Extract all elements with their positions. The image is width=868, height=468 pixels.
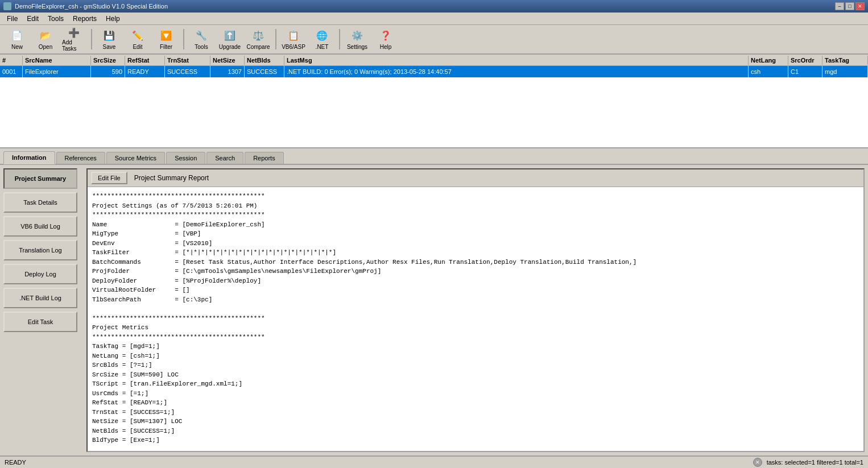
status-bar: READY ✕ tasks: selected=1 filtered=1 tot… bbox=[0, 455, 868, 468]
cell-trnstat: SUCCESS bbox=[165, 66, 210, 77]
left-panel: Project Summary Task Details VB6 Build L… bbox=[3, 168, 83, 452]
new-label: New bbox=[11, 44, 23, 50]
tools-button[interactable]: 🔧 Tools bbox=[188, 27, 215, 52]
maximize-button[interactable]: □ bbox=[845, 2, 854, 10]
cell-srcname: FileExplorer bbox=[23, 66, 91, 77]
col-tasktag[interactable]: TaskTag bbox=[822, 56, 868, 65]
save-icon: 💾 bbox=[102, 29, 116, 43]
settings-label: Settings bbox=[347, 44, 367, 50]
help-button[interactable]: ❓ Help bbox=[372, 27, 399, 52]
app-icon bbox=[3, 2, 11, 10]
right-panel-header: Edit File Project Summary Report bbox=[88, 169, 863, 187]
filter-icon: 🔽 bbox=[159, 29, 173, 43]
title-bar: DemoFileExplorer_csh - gmStudio V1.0 Spe… bbox=[0, 0, 868, 13]
status-clear-button[interactable]: ✕ bbox=[753, 458, 762, 467]
task-table: # SrcName SrcSize RefStat TrnStat NetSiz… bbox=[0, 55, 868, 148]
minimize-button[interactable]: – bbox=[835, 2, 844, 10]
cell-netsize: 1307 bbox=[210, 66, 245, 77]
compare-icon: ⚖️ bbox=[251, 29, 265, 43]
net-label: .NET bbox=[316, 44, 329, 50]
separator-2 bbox=[183, 29, 184, 49]
menu-tools[interactable]: Tools bbox=[43, 14, 68, 24]
col-netsize[interactable]: NetSize bbox=[210, 56, 245, 65]
table-body: 0001 FileExplorer 590 READY SUCCESS 1307… bbox=[0, 66, 868, 147]
edit-file-button[interactable]: Edit File bbox=[91, 172, 127, 184]
menu-help[interactable]: Help bbox=[101, 14, 125, 24]
col-srcordr[interactable]: SrcOrdr bbox=[788, 56, 822, 65]
report-content[interactable]: ****************************************… bbox=[88, 187, 863, 451]
menu-file[interactable]: File bbox=[2, 14, 22, 24]
task-details-button[interactable]: Task Details bbox=[3, 192, 77, 213]
col-refstat[interactable]: RefStat bbox=[125, 56, 165, 65]
edit-task-button[interactable]: Edit Task bbox=[3, 312, 77, 332]
panel-title: Project Summary Report bbox=[134, 174, 209, 182]
content-area: Project Summary Task Details VB6 Build L… bbox=[0, 165, 868, 455]
cell-num: 0001 bbox=[0, 66, 23, 77]
compare-button[interactable]: ⚖️ Compare bbox=[245, 27, 272, 52]
col-srcsize[interactable]: SrcSize bbox=[91, 56, 125, 65]
col-srcname[interactable]: SrcName bbox=[23, 56, 91, 65]
project-summary-button[interactable]: Project Summary bbox=[3, 168, 77, 189]
tools-label: Tools bbox=[195, 44, 208, 50]
open-icon: 📂 bbox=[39, 29, 52, 43]
help-label: Help bbox=[380, 44, 392, 50]
upgrade-label: Upgrade bbox=[219, 44, 241, 50]
toolbar: 📄 New 📂 Open ➕ Add Tasks 💾 Save ✏️ Edit … bbox=[0, 25, 868, 55]
edit-icon: ✏️ bbox=[131, 29, 144, 43]
cell-netblds: SUCCESS bbox=[245, 66, 284, 77]
tools-icon: 🔧 bbox=[195, 29, 208, 43]
open-label: Open bbox=[39, 44, 52, 50]
tab-reports[interactable]: Reports bbox=[245, 152, 284, 164]
add-tasks-button[interactable]: ➕ Add Tasks bbox=[60, 27, 88, 52]
new-icon: 📄 bbox=[10, 29, 24, 43]
table-row[interactable]: 0001 FileExplorer 590 READY SUCCESS 1307… bbox=[0, 66, 868, 77]
save-button[interactable]: 💾 Save bbox=[96, 27, 123, 52]
settings-icon: ⚙️ bbox=[350, 29, 364, 43]
tab-information[interactable]: Information bbox=[3, 151, 55, 164]
cell-refstat: READY bbox=[125, 66, 165, 77]
close-button[interactable]: ✕ bbox=[855, 2, 865, 10]
vb6-build-log-button[interactable]: VB6 Build Log bbox=[3, 216, 77, 237]
status-text: READY bbox=[5, 459, 26, 466]
net-button[interactable]: 🌐 .NET bbox=[308, 27, 336, 52]
help-icon: ❓ bbox=[379, 29, 392, 43]
tab-search[interactable]: Search bbox=[206, 152, 243, 164]
save-label: Save bbox=[103, 44, 116, 50]
translation-log-button[interactable]: Translation Log bbox=[3, 240, 77, 260]
cell-tasktag: mgd bbox=[822, 66, 868, 77]
cell-srcordr: C1 bbox=[788, 66, 822, 77]
tab-references[interactable]: References bbox=[56, 152, 105, 164]
menu-reports[interactable]: Reports bbox=[68, 14, 101, 24]
new-button[interactable]: 📄 New bbox=[3, 27, 31, 52]
separator-4 bbox=[339, 29, 340, 49]
upgrade-button[interactable]: ⬆️ Upgrade bbox=[216, 27, 243, 52]
vb6asp-button[interactable]: 📋 VB6/ASP bbox=[280, 27, 307, 52]
tab-session[interactable]: Session bbox=[166, 152, 205, 164]
tab-source-metrics[interactable]: Source Metrics bbox=[106, 152, 165, 164]
open-button[interactable]: 📂 Open bbox=[32, 27, 59, 52]
separator-3 bbox=[275, 29, 276, 49]
upgrade-icon: ⬆️ bbox=[223, 29, 237, 43]
col-netblds[interactable]: NetBlds bbox=[245, 56, 284, 65]
table-header-row: # SrcName SrcSize RefStat TrnStat NetSiz… bbox=[0, 55, 868, 66]
net-icon: 🌐 bbox=[315, 29, 329, 43]
app-title: DemoFileExplorer_csh - gmStudio V1.0 Spe… bbox=[15, 3, 168, 10]
cell-netlang: csh bbox=[749, 66, 788, 77]
edit-button[interactable]: ✏️ Edit bbox=[124, 27, 151, 52]
filter-label: Filter bbox=[160, 44, 172, 50]
col-netlang[interactable]: NetLang bbox=[749, 56, 788, 65]
right-panel: Edit File Project Summary Report *******… bbox=[86, 168, 865, 452]
col-trnstat[interactable]: TrnStat bbox=[165, 56, 210, 65]
deploy-log-button[interactable]: Deploy Log bbox=[3, 264, 77, 284]
col-lastmsg[interactable]: LastMsg bbox=[284, 56, 749, 65]
tabs-bar: Information References Source Metrics Se… bbox=[0, 148, 868, 165]
separator-1 bbox=[91, 29, 92, 49]
bottom-area: Information References Source Metrics Se… bbox=[0, 148, 868, 455]
add-tasks-label: Add Tasks bbox=[62, 39, 86, 52]
col-num[interactable]: # bbox=[0, 56, 23, 65]
vb6asp-icon: 📋 bbox=[287, 29, 300, 43]
settings-button[interactable]: ⚙️ Settings bbox=[344, 27, 371, 52]
filter-button[interactable]: 🔽 Filter bbox=[152, 27, 180, 52]
menu-edit[interactable]: Edit bbox=[22, 14, 43, 24]
net-build-log-button[interactable]: .NET Build Log bbox=[3, 288, 77, 308]
